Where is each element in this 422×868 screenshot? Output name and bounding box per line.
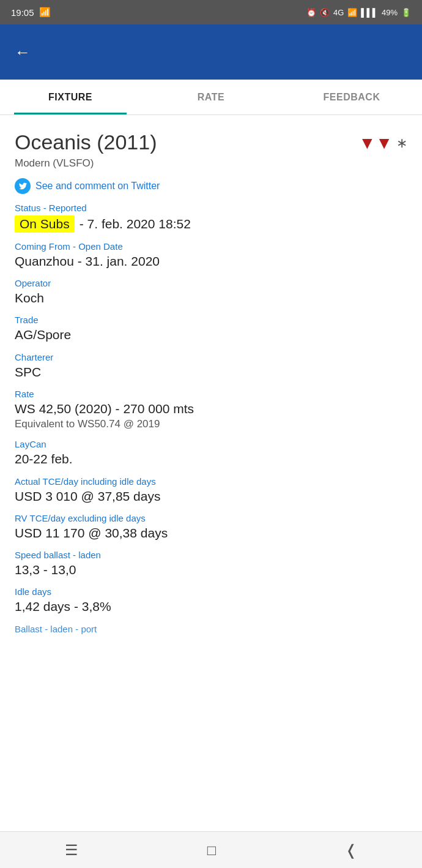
charterer-label: Charterer [15, 352, 407, 362]
battery-percent: 49% [382, 8, 398, 17]
actual-tce-value: USD 3 010 @ 37,85 days [15, 488, 407, 504]
tab-rate[interactable]: RATE [141, 80, 281, 114]
coming-from-label: Coming From - Open Date [15, 241, 407, 252]
twitter-link[interactable]: See and comment on Twitter [35, 181, 160, 192]
wifi-icon: 📶 [347, 8, 357, 17]
speed-label: Speed ballast - laden [15, 550, 407, 560]
status-time: 19:05 [11, 7, 34, 18]
rate-value: WS 42,50 (2020) - 270 000 mts [15, 400, 407, 417]
trending-down-icon: ▼▼ [359, 135, 393, 152]
battery-icon: 🔋 [401, 8, 411, 17]
on-subs-badge: On Subs [15, 215, 75, 233]
twitter-row[interactable]: See and comment on Twitter [15, 178, 407, 194]
operator-label: Operator [15, 278, 407, 288]
mute-icon: 🔇 [320, 8, 330, 17]
rv-tce-label: RV TCE/day excluding idle days [15, 513, 407, 523]
operator-value: Koch [15, 290, 407, 306]
actual-tce-label: Actual TCE/day including idle days [15, 476, 407, 487]
title-row: Oceanis (2011) ▼▼ ∗ [15, 130, 407, 155]
star-icon[interactable]: ∗ [396, 135, 407, 151]
tab-feedback-label: FEEDBACK [324, 92, 380, 103]
signal-icon: ▌▌▌ [361, 8, 378, 17]
coming-from-value: Quanzhou - 31. jan. 2020 [15, 253, 407, 269]
idle-days-label: Idle days [15, 586, 407, 597]
on-subs-date: - 7. feb. 2020 18:52 [80, 217, 191, 231]
nav-recents-icon[interactable]: ❬ [345, 842, 357, 859]
back-button[interactable]: ← [15, 43, 31, 62]
status-bar: 19:05 📶 ⏰ 🔇 4G 📶 ▌▌▌ 49% 🔋 [0, 0, 422, 24]
laycan-label: LayCan [15, 439, 407, 449]
network-icon: 4G [333, 8, 344, 17]
status-bar-right: ⏰ 🔇 4G 📶 ▌▌▌ 49% 🔋 [306, 8, 411, 17]
rate-equivalent: Equivalent to WS50.74 @ 2019 [15, 418, 407, 430]
twitter-icon [15, 178, 31, 194]
bottom-nav: ☰ □ ❬ [0, 831, 422, 868]
vessel-title: Oceanis (2011) [15, 130, 157, 155]
tab-fixture-label: FIXTURE [48, 92, 92, 103]
on-subs-row: On Subs - 7. feb. 2020 18:52 [15, 215, 407, 233]
idle-days-value: 1,42 days - 3,8% [15, 598, 407, 615]
laycan-value: 20-22 feb. [15, 451, 407, 467]
cast-icon: 📶 [39, 7, 51, 18]
tab-feedback[interactable]: FEEDBACK [281, 80, 422, 114]
rv-tce-value: USD 11 170 @ 30,38 days [15, 525, 407, 541]
trade-value: AG/Spore [15, 326, 407, 343]
speed-value: 13,3 - 13,0 [15, 561, 407, 578]
tabs-bar: FIXTURE RATE FEEDBACK [0, 80, 422, 115]
nav-home-icon[interactable]: □ [207, 842, 217, 859]
status-bar-left: 19:05 📶 [11, 7, 51, 18]
vessel-subtitle: Modern (VLSFO) [15, 157, 407, 170]
tab-rate-label: RATE [198, 92, 224, 103]
tab-fixture[interactable]: FIXTURE [0, 80, 141, 114]
status-label: Status - Reported [15, 203, 407, 213]
alarm-icon: ⏰ [306, 8, 316, 17]
charterer-value: SPC [15, 364, 407, 380]
header: ← [0, 24, 422, 80]
nav-back-icon[interactable]: ☰ [65, 842, 78, 859]
ballast-label: Ballast - laden - port [15, 624, 407, 634]
rate-label: Rate [15, 389, 407, 399]
trade-label: Trade [15, 315, 407, 325]
main-content: Oceanis (2011) ▼▼ ∗ Modern (VLSFO) See a… [0, 115, 422, 831]
title-icons: ▼▼ ∗ [359, 135, 407, 152]
